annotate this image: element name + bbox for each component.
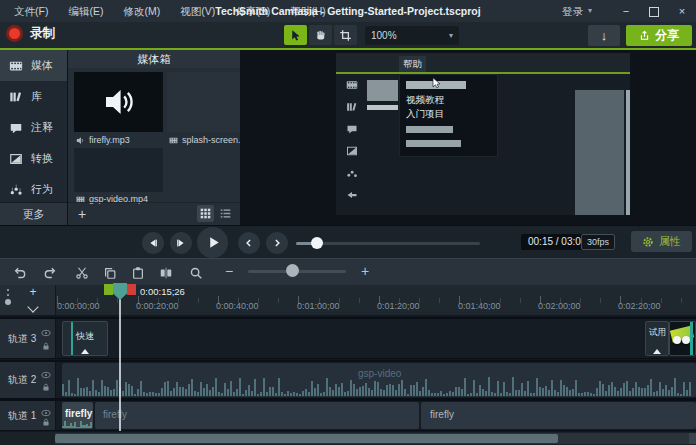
playhead-out-marker[interactable] <box>127 284 136 295</box>
sidebar-item-media[interactable]: 媒体 <box>0 50 67 81</box>
clip-firefly-2[interactable]: firefly <box>95 402 419 429</box>
clip-thumbnail-playhead <box>71 322 73 355</box>
track-visibility-toggle[interactable] <box>41 409 51 417</box>
canvas-zoom-select[interactable]: 100% ▾ <box>365 26 459 45</box>
library-icon <box>9 90 23 104</box>
track-row-3: 快速 试用 轨道 3 <box>0 317 696 359</box>
clip-firefly-3[interactable]: firefly <box>421 402 696 429</box>
close-button[interactable]: × <box>668 0 696 22</box>
step-forward-button[interactable] <box>170 232 192 254</box>
playhead-time-label: 0:00:15;26 <box>140 286 185 297</box>
clip-callout[interactable] <box>669 321 696 356</box>
track-lock-toggle[interactable] <box>41 418 51 426</box>
track-height-slider-knob[interactable] <box>5 299 11 305</box>
menu-modify[interactable]: 修改(M) <box>113 0 170 22</box>
grid-view-button[interactable] <box>197 205 214 222</box>
clip-gsp-video[interactable]: gsp-video <box>62 363 696 397</box>
timeline-toolbar: − + <box>0 258 696 286</box>
media-bin: 媒体箱 firefly.mp3 splash-screen.mp4 gsp-vi… <box>68 50 240 225</box>
track-lock-toggle[interactable] <box>41 383 51 391</box>
clip-expand-icon[interactable] <box>653 349 661 354</box>
add-media-button[interactable]: + <box>70 205 94 223</box>
magnifier-icon <box>189 266 203 280</box>
sidebar-item-library[interactable]: 库 <box>0 81 67 112</box>
maximize-button[interactable] <box>640 0 668 22</box>
timeline-zoom-in-button[interactable]: + <box>358 263 372 279</box>
eye-icon <box>41 329 51 337</box>
filmstrip-icon <box>346 79 358 91</box>
chevron-down-icon[interactable] <box>27 301 38 312</box>
volume-slider-track[interactable] <box>296 242 480 245</box>
cursor-tool-button[interactable] <box>284 25 307 45</box>
previous-clip-button[interactable] <box>238 232 260 254</box>
media-item-gsp[interactable] <box>74 148 163 192</box>
preview-help-tab: 帮助 <box>399 56 426 72</box>
sidebar-item-transitions[interactable]: 转换 <box>0 143 67 174</box>
share-label: 分享 <box>655 27 679 44</box>
play-button[interactable] <box>197 227 228 258</box>
playhead-in-marker[interactable] <box>104 284 113 295</box>
tools-sidebar: 媒体 库 注释 转换 行为 更多 <box>0 50 68 225</box>
preview-menu-item-tutorials: 视频教程 <box>406 94 444 107</box>
undo-button[interactable] <box>10 264 30 281</box>
clip-trial[interactable]: 试用 <box>645 321 669 356</box>
clip-intro[interactable]: 快速 <box>62 321 108 356</box>
track-lock-toggle[interactable] <box>41 342 51 350</box>
canvas[interactable]: 帮助 视频教程 入门项目 <box>240 50 696 225</box>
minimize-button[interactable]: − <box>612 0 640 22</box>
volume-slider-thumb[interactable] <box>311 237 323 249</box>
ruler-label: 0:00:00;00 <box>57 301 100 311</box>
timeline-zoom-slider-thumb[interactable] <box>286 264 299 277</box>
track-visibility-toggle[interactable] <box>41 371 51 379</box>
list-view-button[interactable] <box>217 205 234 222</box>
eye-icon <box>41 409 51 417</box>
track-height-slider[interactable] <box>7 289 9 291</box>
share-icon <box>639 30 650 41</box>
next-clip-button[interactable] <box>266 232 288 254</box>
sidebar-item-label: 行为 <box>31 182 53 197</box>
record-button[interactable]: 录制 <box>6 25 55 42</box>
media-bin-footer: + <box>68 202 240 225</box>
sidebar-more-button[interactable]: 更多 <box>0 202 67 225</box>
media-item-firefly-label[interactable]: firefly.mp3 <box>76 135 162 145</box>
menu-file[interactable]: 文件(F) <box>4 0 58 22</box>
media-item-splash-label[interactable]: splash-screen.mp4 <box>169 135 240 145</box>
signin-button[interactable]: 登录 ▾ <box>562 0 592 22</box>
clip-expand-icon[interactable] <box>81 349 89 354</box>
track-visibility-toggle[interactable] <box>41 329 51 337</box>
arrow-icon <box>346 189 358 201</box>
download-button[interactable]: ↓ <box>588 25 620 46</box>
copy-button[interactable] <box>100 264 120 281</box>
properties-button[interactable]: 属性 <box>631 231 692 252</box>
preview-media-label-bar <box>367 105 398 110</box>
track-height-slider-dot <box>7 294 9 296</box>
paste-button[interactable] <box>128 264 148 281</box>
media-item-name: splash-screen.mp4 <box>182 135 240 145</box>
pan-tool-button[interactable] <box>309 25 332 45</box>
library-icon <box>346 101 358 113</box>
step-forward-icon <box>175 237 187 249</box>
crop-tool-button[interactable] <box>334 25 357 45</box>
timeline-zoom-button[interactable] <box>186 264 206 281</box>
media-item-firefly[interactable] <box>74 72 163 132</box>
add-track-button[interactable]: + <box>24 285 42 300</box>
cut-button[interactable] <box>72 264 92 281</box>
redo-button[interactable] <box>40 264 60 281</box>
scrollbar-thumb[interactable] <box>55 434 558 443</box>
play-icon <box>206 235 221 250</box>
media-item-splash[interactable] <box>167 72 240 132</box>
sidebar-item-behaviors[interactable]: 行为 <box>0 174 67 205</box>
menu-edit[interactable]: 编辑(E) <box>58 0 113 22</box>
redo-icon <box>43 266 57 280</box>
video-preview[interactable]: 帮助 视频教程 入门项目 <box>336 53 630 215</box>
timeline-zoom-out-button[interactable]: − <box>222 263 236 279</box>
preview-sidebar <box>341 79 363 201</box>
grid-view-icon <box>200 208 211 219</box>
ruler-label: 0:01:20;00 <box>377 301 420 311</box>
playhead-line[interactable] <box>119 297 121 431</box>
step-backward-button[interactable] <box>142 232 164 254</box>
clip-firefly-selected[interactable]: firefly <box>62 402 93 429</box>
split-button[interactable] <box>156 264 176 281</box>
share-button[interactable]: 分享 <box>626 25 692 46</box>
sidebar-item-annotations[interactable]: 注释 <box>0 112 67 143</box>
